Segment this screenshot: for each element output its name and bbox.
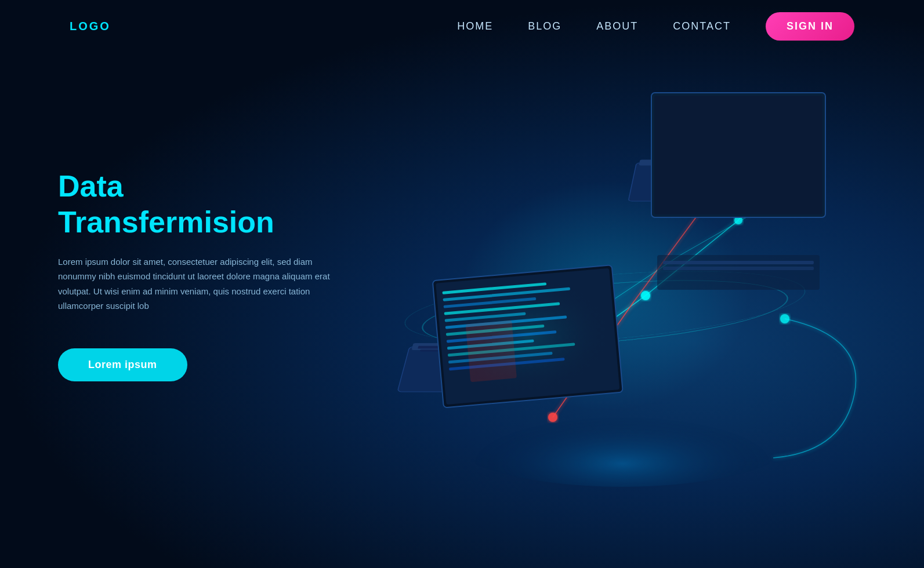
svg-point-10 [734,216,742,224]
svg-line-5 [715,151,750,191]
svg-point-14 [548,413,557,422]
svg-point-15 [711,187,719,195]
hero-section: Data Transfermision Lorem ipsum dolor si… [0,52,924,568]
hero-description: Lorem ipsum dolor sit amet, consectetuer… [58,254,336,314]
navbar: LOGO HOME BLOG ABOUT CONTACT SIGN IN [0,0,924,52]
nav-links: HOME BLOG ABOUT CONTACT SIGN IN [457,12,854,41]
illustration-area [344,35,924,556]
hero-title: Data Transfermision [58,168,336,241]
hero-text-block: Data Transfermision Lorem ipsum dolor si… [58,168,336,381]
nav-home[interactable]: HOME [457,20,493,32]
nav-about[interactable]: ABOUT [596,20,638,32]
svg-point-13 [780,314,789,323]
svg-rect-38 [639,160,808,166]
nav-blog[interactable]: BLOG [528,20,561,32]
cta-button[interactable]: Lorem ipsum [58,348,187,381]
svg-line-2 [738,162,779,220]
page-wrapper: LOGO HOME BLOG ABOUT CONTACT SIGN IN Dat… [0,0,924,568]
svg-point-16 [747,147,753,154]
logo: LOGO [70,20,111,33]
nav-contact[interactable]: CONTACT [673,20,731,32]
svg-point-11 [776,159,782,166]
signin-button[interactable]: SIGN IN [766,12,854,41]
